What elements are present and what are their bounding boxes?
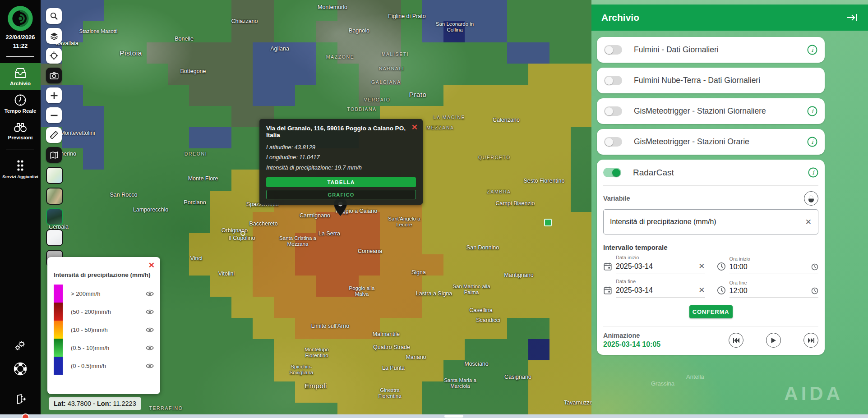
map-label: Bacchereto (249, 220, 277, 227)
data-fine-field[interactable]: Data fine 2025-03-14 ✕ (603, 279, 705, 298)
basemap-thumb-satellite[interactable] (46, 208, 63, 225)
variable-select[interactable]: Intensità di precipitazione (mm/h) ✕ (603, 209, 818, 234)
visibility-eye-icon[interactable] (146, 327, 154, 333)
visibility-eye-icon[interactable] (146, 363, 154, 369)
radarcast-toggle[interactable] (603, 168, 621, 177)
calendar-icon[interactable] (603, 286, 612, 295)
skip-to-end-button[interactable] (803, 333, 818, 348)
legend-color-segment (54, 321, 63, 339)
search-button[interactable] (46, 8, 62, 24)
precip-tile (210, 339, 231, 360)
animation-timestamp: 2025-03-14 10:05 (603, 340, 729, 349)
precip-tile (316, 0, 337, 21)
info-icon[interactable]: i (808, 167, 818, 178)
layer-toggle-switch[interactable] (604, 137, 622, 147)
zoom-out-button[interactable] (46, 107, 62, 123)
info-icon[interactable]: i (807, 106, 817, 116)
clock-icon[interactable] (811, 287, 818, 294)
droplet-icon[interactable] (804, 191, 818, 206)
screenshot-button[interactable] (46, 68, 62, 83)
sidebar-item-archivio[interactable]: Archivio (0, 63, 41, 90)
clear-date-icon[interactable]: ✕ (698, 285, 705, 295)
search-icon (50, 12, 58, 20)
precip-tile (507, 0, 528, 21)
close-icon[interactable]: ✕ (411, 124, 418, 131)
layer-toggle-switch[interactable] (604, 45, 622, 55)
clock-icon[interactable] (717, 286, 726, 295)
layer-toggle-switch[interactable] (604, 76, 622, 85)
basemap-button[interactable] (46, 147, 62, 163)
precip-tile (147, 85, 168, 106)
skip-to-start-button[interactable] (729, 333, 743, 348)
precip-tile (104, 170, 125, 191)
clock-icon[interactable] (811, 263, 818, 271)
data-inizio-field[interactable]: Data inizio 2025-03-14 ✕ (603, 255, 705, 274)
help-lifebuoy-icon[interactable] (14, 362, 27, 377)
layers-button[interactable] (46, 28, 62, 44)
tabella-button[interactable]: TABELLA (266, 177, 416, 187)
precip-tile (189, 276, 210, 297)
info-icon[interactable]: i (807, 137, 817, 147)
measure-button[interactable] (46, 127, 62, 143)
precip-tile (274, 339, 295, 360)
precip-tile (104, 85, 125, 106)
map-label: Vitolini (218, 271, 235, 277)
ora-fine-field[interactable]: Ora fine 12:00 (717, 279, 819, 298)
collapse-panel-icon[interactable] (846, 13, 858, 23)
conferma-button[interactable]: CONFERMA (689, 305, 733, 318)
precip-tile (231, 170, 253, 191)
precip-tile (231, 276, 253, 297)
station-marker[interactable] (544, 219, 552, 226)
precip-tile (443, 148, 465, 170)
precip-tile (147, 0, 168, 21)
logout-icon[interactable] (14, 393, 27, 407)
clear-variable-icon[interactable]: ✕ (805, 217, 812, 227)
precip-tile (189, 106, 210, 127)
precip-tile (168, 170, 189, 191)
precip-tile (274, 318, 295, 339)
horizontal-scrollbar[interactable] (0, 414, 868, 418)
precip-tile (125, 21, 147, 42)
locate-button[interactable] (46, 48, 62, 64)
sidebar-item-previsioni[interactable]: Previsioni (0, 117, 41, 144)
weather-radar-app: MontemurloChiazzanoStazione MasottiCaval… (0, 0, 868, 418)
visibility-eye-icon[interactable] (146, 291, 154, 297)
visibility-eye-icon[interactable] (146, 309, 154, 315)
legend-row: (0 - 0.5)mm/h (71, 357, 154, 375)
precip-tile (571, 64, 592, 85)
precip-tile (549, 212, 571, 233)
basemap-thumb-terrain[interactable] (46, 188, 63, 205)
zoom-in-button[interactable] (46, 87, 62, 103)
precip-tile (359, 297, 380, 318)
map-label: Empoli (305, 382, 327, 390)
ora-inizio-field[interactable]: Ora inizio 10:00 (717, 255, 819, 274)
precip-tile (189, 297, 210, 318)
precip-tile (549, 0, 571, 21)
clear-date-icon[interactable]: ✕ (698, 262, 705, 271)
precip-tile (104, 233, 125, 254)
precip-tile (189, 318, 210, 339)
calendar-icon[interactable] (603, 262, 612, 271)
layer-toggle-switch[interactable] (604, 106, 622, 116)
basemap-thumb-plain[interactable] (46, 229, 63, 246)
precip-tile (528, 64, 549, 85)
sidebar-item-tempo-reale[interactable]: Tempo Reale (0, 90, 41, 117)
info-icon[interactable]: i (807, 45, 817, 55)
sidebar-item-servizi-aggiuntivi[interactable]: Servizi Aggiuntivi (0, 155, 41, 183)
popup-field: Intensità di precipitazione: 19.7 mm/h (266, 163, 416, 173)
clock-icon[interactable] (717, 262, 726, 271)
close-icon[interactable]: ✕ (148, 261, 155, 270)
basemap-thumb-light[interactable] (46, 167, 63, 184)
map-label: Prato (409, 91, 426, 99)
precip-tile (295, 0, 316, 21)
grafico-button[interactable]: GRAFICO (266, 190, 416, 199)
precip-tile (528, 297, 549, 318)
settings-gears-icon[interactable] (14, 340, 27, 353)
variable-value: Intensità di precipitazione (mm/h) (610, 218, 805, 226)
scrollbar-thumb[interactable] (444, 415, 463, 418)
precip-tile (62, 85, 83, 106)
precip-tile (337, 339, 359, 360)
play-button[interactable] (766, 333, 781, 348)
visibility-eye-icon[interactable] (146, 345, 154, 351)
precip-tile (571, 170, 592, 191)
